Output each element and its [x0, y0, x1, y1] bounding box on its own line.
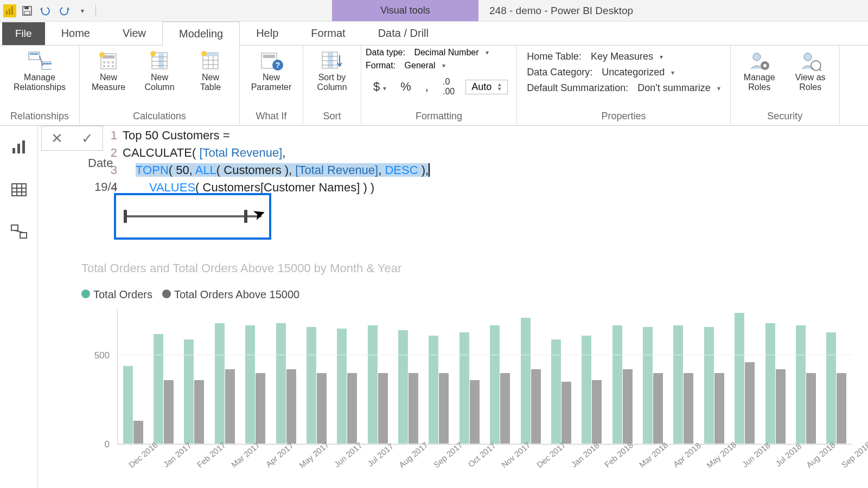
bar[interactable]	[806, 373, 816, 444]
decimal-icon[interactable]: .0.00	[439, 76, 458, 98]
bar[interactable]	[745, 362, 755, 444]
bar[interactable]	[307, 327, 316, 444]
bar[interactable]	[612, 325, 622, 445]
bar[interactable]	[256, 373, 265, 444]
bar-group[interactable]	[332, 309, 362, 444]
bar-group[interactable]	[730, 309, 760, 444]
bar[interactable]	[429, 336, 438, 444]
bar-group[interactable]	[209, 309, 240, 444]
decimal-places-spinner[interactable]: Auto▲▼	[465, 80, 508, 94]
bar-group[interactable]	[790, 309, 821, 444]
bar[interactable]	[776, 369, 786, 444]
bar-group[interactable]	[301, 309, 331, 444]
tab-format[interactable]: Format	[295, 22, 361, 45]
bar-group[interactable]	[148, 309, 178, 444]
bar[interactable]	[123, 366, 133, 444]
format-dropdown[interactable]: Format: General	[366, 61, 512, 70]
report-view-button[interactable]	[7, 136, 31, 159]
bar[interactable]	[194, 380, 204, 444]
home-table-dropdown[interactable]: Home Table: Key Measures	[527, 51, 720, 62]
slider-track[interactable]	[124, 215, 261, 217]
bar-group[interactable]	[179, 309, 209, 444]
tab-view[interactable]: View	[106, 22, 162, 45]
bar[interactable]	[337, 329, 347, 444]
bar-group[interactable]	[118, 309, 148, 444]
bar[interactable]	[704, 327, 714, 444]
bar-group[interactable]	[515, 309, 546, 444]
manage-relationships-button[interactable]: Manage Relationships	[4, 48, 75, 95]
save-icon[interactable]	[20, 3, 35, 18]
slider-handle-end[interactable]	[244, 210, 247, 223]
bar-group[interactable]	[485, 309, 515, 444]
bar-group[interactable]	[393, 309, 423, 444]
bar[interactable]	[592, 380, 602, 444]
new-table-button[interactable]: New Table	[186, 48, 235, 95]
slider-handle-start[interactable]	[124, 210, 127, 223]
bar-group[interactable]	[699, 309, 729, 444]
manage-roles-button[interactable]: Manage Roles	[735, 48, 784, 95]
bar[interactable]	[582, 336, 591, 444]
data-category-dropdown[interactable]: Data Category: Uncategorized	[527, 67, 720, 78]
bar-group[interactable]	[637, 309, 668, 444]
bar[interactable]	[154, 334, 163, 444]
bar[interactable]	[500, 373, 510, 444]
sort-by-column-button[interactable]: Sort by Column	[308, 48, 356, 95]
bar[interactable]	[286, 369, 296, 444]
bar[interactable]	[521, 318, 531, 444]
view-as-roles-button[interactable]: View as Roles	[786, 48, 835, 95]
qat-customize-icon[interactable]: ▾	[75, 3, 90, 18]
bar[interactable]	[684, 373, 693, 444]
bar[interactable]	[215, 323, 225, 444]
tab-data-drill[interactable]: Data / Drill	[362, 22, 445, 45]
bar[interactable]	[164, 380, 174, 444]
bar[interactable]	[765, 323, 775, 444]
bar-group[interactable]	[240, 309, 271, 444]
bar[interactable]	[439, 373, 449, 444]
bar-group[interactable]	[607, 309, 637, 444]
default-summarization-dropdown[interactable]: Default Summarization: Don't summarize	[527, 82, 720, 94]
bar[interactable]	[735, 313, 744, 444]
data-type-dropdown[interactable]: Data type: Decimal Number	[366, 48, 512, 57]
bar-group[interactable]	[577, 309, 607, 444]
new-measure-button[interactable]: New Measure	[84, 48, 133, 95]
bar-group[interactable]	[668, 309, 699, 444]
comma-button[interactable]: ,	[422, 79, 432, 95]
bar[interactable]	[470, 380, 480, 444]
new-column-button[interactable]: New Column	[135, 48, 184, 95]
percent-button[interactable]: %	[397, 79, 414, 95]
bar[interactable]	[837, 373, 846, 444]
bar[interactable]	[673, 325, 683, 445]
redo-icon[interactable]	[56, 3, 72, 18]
bar-group[interactable]	[454, 309, 484, 444]
bar[interactable]	[531, 369, 541, 444]
undo-icon[interactable]	[38, 3, 53, 18]
bar-group[interactable]	[821, 309, 852, 444]
bar-group[interactable]	[546, 309, 576, 444]
formula-bar[interactable]: 1Top 50 Customers = 2CALCULATE( [Total R…	[106, 126, 868, 197]
slicer-visual[interactable]	[114, 193, 271, 240]
chart-visual[interactable]: 0500 Dec 2016Jan 2017Feb 2017Mar 2017Apr…	[81, 309, 852, 483]
currency-button[interactable]: $	[370, 79, 390, 95]
tab-help[interactable]: Help	[240, 22, 295, 45]
bar[interactable]	[623, 369, 633, 444]
bar-group[interactable]	[362, 309, 393, 444]
bar[interactable]	[378, 373, 388, 444]
tab-file[interactable]: File	[2, 22, 45, 45]
bar[interactable]	[796, 325, 806, 445]
bar-group[interactable]	[424, 309, 454, 444]
bar[interactable]	[826, 332, 836, 444]
bar[interactable]	[714, 373, 724, 444]
bar[interactable]	[245, 325, 255, 445]
bar[interactable]	[459, 332, 469, 444]
bar-group[interactable]	[760, 309, 790, 444]
bar[interactable]	[643, 327, 653, 444]
data-view-button[interactable]	[7, 178, 31, 202]
new-parameter-button[interactable]: ? New Parameter	[244, 48, 298, 95]
bar[interactable]	[409, 373, 418, 444]
bar[interactable]	[276, 323, 286, 444]
tab-modeling[interactable]: Modeling	[162, 22, 240, 46]
bar-group[interactable]	[271, 309, 301, 444]
model-view-button[interactable]	[7, 220, 31, 244]
bar[interactable]	[368, 325, 378, 445]
formula-cancel-button[interactable]: ✕	[42, 126, 72, 150]
